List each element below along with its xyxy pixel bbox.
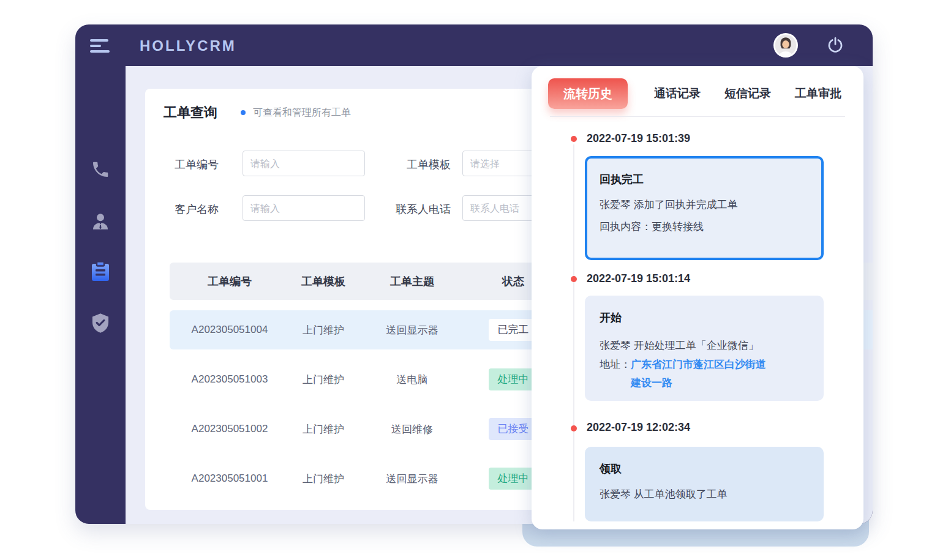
col-header-subject: 工单主题 xyxy=(357,274,467,289)
cell-order-id: A202305051002 xyxy=(170,423,290,435)
status-badge: 已接受 xyxy=(489,418,538,440)
user-avatar[interactable] xyxy=(773,33,798,58)
filter-label-order-id: 工单编号 xyxy=(175,157,219,172)
cell-subject: 送回显示器 xyxy=(357,323,467,337)
cell-subject: 送回维修 xyxy=(357,422,467,436)
timeline-timestamp: 2022-07-19 12:02:34 xyxy=(587,421,690,434)
timeline-card-line: 张爱琴 从工单池领取了工单 xyxy=(600,483,809,506)
timeline-card-line: 回执内容：更换转接线 xyxy=(600,216,809,238)
sidebar-item-security[interactable] xyxy=(75,311,126,335)
filter-label-customer: 客户名称 xyxy=(175,202,219,217)
stage: HOLLYCRM xyxy=(0,0,929,560)
page-header: 工单查询 可查看和管理所有工单 xyxy=(164,103,351,122)
cell-order-id: A202305051004 xyxy=(170,324,290,336)
timeline-card-claim[interactable]: 领取 张爱琴 从工单池领取了工单 xyxy=(585,447,824,521)
timeline-dot xyxy=(571,276,577,282)
status-badge: 处理中 xyxy=(489,368,538,390)
col-header-order-id: 工单编号 xyxy=(170,274,290,289)
page-title: 工单查询 xyxy=(164,103,217,122)
timeline-card-title: 回执完工 xyxy=(600,172,809,187)
topbar: HOLLYCRM xyxy=(75,24,873,66)
avatar-image xyxy=(773,33,798,58)
cell-template: 上门维护 xyxy=(290,373,357,387)
tab-call-records[interactable]: 通话记录 xyxy=(654,86,701,102)
status-badge: 已完工 xyxy=(489,319,538,341)
filter-label-template: 工单模板 xyxy=(407,157,451,172)
address-link[interactable]: 广东省江门市蓬江区白沙街道建设一路 xyxy=(631,356,773,392)
timeline-card-title: 开始 xyxy=(600,310,809,325)
timeline-card-receipt-complete[interactable]: 回执完工 张爱琴 添加了回执并完成工单 回执内容：更换转接线 xyxy=(585,156,824,260)
sidebar-item-work-orders[interactable] xyxy=(75,259,126,284)
phone-icon xyxy=(91,160,110,179)
tab-flow-history[interactable]: 流转历史 xyxy=(548,78,628,109)
cell-subject: 送电脑 xyxy=(357,373,467,387)
sidebar-item-customers[interactable] xyxy=(75,209,126,234)
cell-order-id: A202305051001 xyxy=(170,472,290,485)
tab-order-approval[interactable]: 工单审批 xyxy=(795,86,841,102)
work-order-clipboard-icon xyxy=(89,260,111,283)
cell-subject: 送回显示器 xyxy=(357,472,467,486)
tabs-divider xyxy=(550,116,845,117)
page-subtitle: 可查看和管理所有工单 xyxy=(253,106,351,119)
timeline-line xyxy=(573,144,574,521)
tab-sms-records[interactable]: 短信记录 xyxy=(724,86,771,102)
timeline-card-start[interactable]: 开始 张爱琴 开始处理工单「企业微信」 地址： 广东省江门市蓬江区白沙街道建设一… xyxy=(585,296,824,401)
sidebar xyxy=(75,66,126,524)
col-header-template: 工单模板 xyxy=(290,274,357,289)
app-logo: HOLLYCRM xyxy=(140,37,236,54)
timeline-card-line: 张爱琴 开始处理工单「企业微信」 xyxy=(600,336,809,356)
cell-template: 上门维护 xyxy=(290,323,357,337)
timeline-timestamp: 2022-07-19 15:01:14 xyxy=(587,272,690,285)
shield-check-icon xyxy=(91,313,110,334)
timeline-dot xyxy=(571,425,577,431)
timeline-timestamp: 2022-07-19 15:01:39 xyxy=(587,132,690,145)
cell-template: 上门维护 xyxy=(290,472,357,486)
menu-toggle-icon[interactable] xyxy=(90,39,111,53)
customer-icon xyxy=(90,211,111,232)
customer-name-input[interactable] xyxy=(243,195,365,221)
order-id-input[interactable] xyxy=(243,151,365,176)
timeline-address-row: 地址： 广东省江门市蓬江区白沙街道建设一路 xyxy=(600,356,809,392)
status-badge: 处理中 xyxy=(489,468,538,490)
sidebar-item-phone[interactable] xyxy=(75,157,126,182)
timeline-card-line: 张爱琴 添加了回执并完成工单 xyxy=(600,194,809,216)
timeline-card-title: 领取 xyxy=(600,461,809,476)
cell-order-id: A202305051003 xyxy=(170,373,290,386)
subtitle-dot xyxy=(241,110,246,115)
cell-template: 上门维护 xyxy=(290,422,357,436)
logout-power-icon[interactable] xyxy=(826,36,844,54)
order-detail-panel: 流转历史 通话记录 短信记录 工单审批 2022-07-19 15:01:39 … xyxy=(532,66,863,529)
timeline-dot xyxy=(571,136,577,142)
address-label: 地址： xyxy=(600,356,631,392)
filter-label-contact-phone: 联系人电话 xyxy=(396,202,451,217)
